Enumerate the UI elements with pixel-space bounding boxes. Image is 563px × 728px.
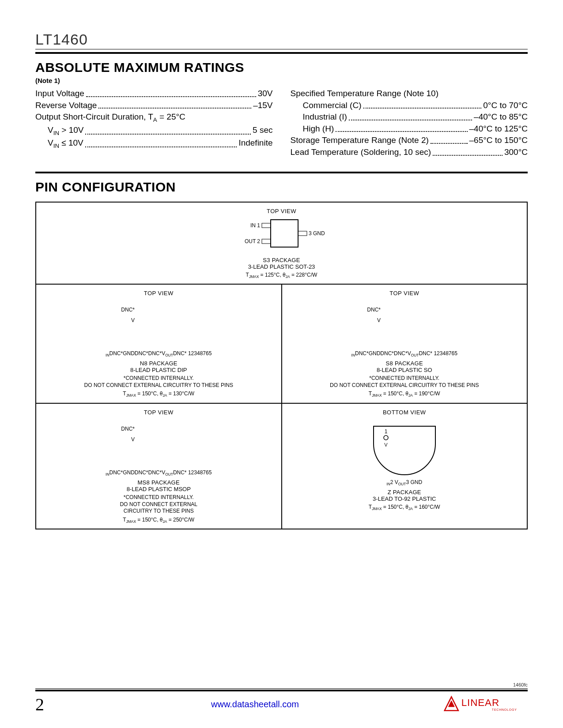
package-desc: 3-LEAD PLASTIC SOT-23 <box>40 263 523 270</box>
part-number: LT1460 <box>35 31 528 48</box>
leader-dots <box>431 135 468 144</box>
package-note: *CONNECTED INTERNALLY.DO NOT CONNECT EXT… <box>40 494 278 515</box>
leader-dots <box>86 88 256 97</box>
rating-row: Output Short-Circuit Duration, TA = 25°C <box>35 111 273 124</box>
svg-text:DNC*: DNC* <box>367 307 381 313</box>
rating-row: Reverse Voltage–15V <box>35 100 273 112</box>
page-number: 2 <box>35 694 71 715</box>
rating-value: 300°C <box>504 146 528 158</box>
rating-row: VIN > 10V5 sec <box>35 124 273 137</box>
leader-dots <box>363 100 482 109</box>
svg-text:DNC*: DNC* <box>121 426 135 432</box>
rating-value: Indefinite <box>238 137 272 150</box>
leader-dots <box>85 124 251 135</box>
package-thermal: TJMAX = 125°C, θJA = 228°C/W <box>40 272 523 279</box>
package-diagram: DNC*V <box>108 417 209 469</box>
section-note: (Note 1) <box>35 77 528 84</box>
rating-value: –40°C to 125°C <box>469 123 528 135</box>
footer-rule-thick <box>35 690 528 691</box>
package-diagram: DNC*V <box>108 298 209 350</box>
leader-dots <box>98 100 251 109</box>
svg-text:DNC*: DNC* <box>121 307 135 313</box>
rating-label: High (H) <box>303 123 334 135</box>
rating-row: Commercial (C)0°C to 70°C <box>291 100 528 112</box>
linear-logo: LINEAR TECHNOLOGY <box>439 695 528 714</box>
view-label: TOP VIEW <box>40 290 278 296</box>
rating-value: –15V <box>253 100 272 112</box>
package-note: *CONNECTED INTERNALLY.DO NOT CONNECT EXT… <box>286 375 524 389</box>
package-thermal: TJMAX = 150°C, θJA = 130°C/W <box>40 390 278 398</box>
package-note: *CONNECTED INTERNALLY.DO NOT CONNECT EXT… <box>40 375 278 389</box>
footer-url[interactable]: www.datasheetall.com <box>71 699 439 709</box>
view-label: TOP VIEW <box>40 409 278 416</box>
rating-row: Industrial (I)–40°C to 85°C <box>291 111 528 123</box>
rating-label: Input Voltage <box>35 88 84 100</box>
svg-text:V: V <box>131 317 135 323</box>
svg-text:TECHNOLOGY: TECHNOLOGY <box>492 708 517 711</box>
leader-dots <box>349 111 472 120</box>
leader-dots <box>85 137 237 147</box>
package-z: BOTTOM VIEW 1 VIN2 VOUT3 GND Z PACKAGE 3… <box>282 403 528 529</box>
package-name: S3 PACKAGE <box>40 257 523 263</box>
ratings-col-right: Specified Temperature Range (Note 10)Com… <box>291 88 528 158</box>
package-ms8: TOP VIEW DNC*VINDNC*GNDDNC*DNC*VOUTDNC* … <box>36 403 282 529</box>
svg-text:V: V <box>377 317 381 323</box>
package-diagram: IN 1 OUT 2 3 GND <box>235 216 328 254</box>
rating-label: Specified Temperature Range (Note 10) <box>291 88 439 100</box>
package-s8: TOP VIEW DNC*VINDNC*GNDDNC*DNC*VOUTDNC* … <box>282 284 528 403</box>
package-desc: 8-LEAD PLASTIC DIP <box>40 367 278 373</box>
svg-text:IN 1: IN 1 <box>250 222 260 229</box>
package-desc: 3-LEAD TO-92 PLASTIC <box>286 495 524 502</box>
package-diagram: 1 V <box>351 417 458 479</box>
rating-row: Lead Temperature (Soldering, 10 sec)300°… <box>291 146 528 158</box>
package-desc: 8-LEAD PLASTIC MSOP <box>40 486 278 492</box>
rating-row: Storage Temperature Range (Note 2)–65°C … <box>291 135 528 146</box>
svg-text:LINEAR: LINEAR <box>461 697 499 708</box>
rating-label: VIN ≤ 10V <box>48 137 83 150</box>
rating-row: Input Voltage30V <box>35 88 273 100</box>
svg-text:OUT 2: OUT 2 <box>244 238 260 244</box>
svg-text:1: 1 <box>384 428 387 435</box>
svg-rect-0 <box>271 220 298 247</box>
rating-value: –65°C to 150°C <box>469 135 528 146</box>
rule-thick <box>35 52 528 54</box>
rating-label: VIN > 10V <box>48 124 83 137</box>
view-label: BOTTOM VIEW <box>286 409 524 416</box>
package-name: MS8 PACKAGE <box>40 479 278 486</box>
svg-point-14 <box>384 435 388 440</box>
rating-label: Industrial (I) <box>303 111 347 123</box>
svg-text:V: V <box>384 442 388 447</box>
leader-dots <box>433 146 503 156</box>
package-name: Z PACKAGE <box>286 489 524 495</box>
package-name: S8 PACKAGE <box>286 360 524 367</box>
package-n8: TOP VIEW DNC*VINDNC*GNDDNC*DNC*VOUTDNC* … <box>36 284 282 403</box>
view-label: TOP VIEW <box>286 290 524 296</box>
page-footer: 1460fc 2 www.datasheetall.com LINEAR TEC… <box>0 682 563 715</box>
rating-value: 30V <box>258 88 273 100</box>
rating-row: VIN ≤ 10VIndefinite <box>35 137 273 150</box>
pin-configuration-box: TOP VIEW IN 1 OUT 2 3 GND S3 PACKAGE 3-L… <box>35 202 528 530</box>
doc-code: 1460fc <box>35 682 528 687</box>
svg-rect-1 <box>262 223 271 228</box>
package-thermal: TJMAX = 150°C, θJA = 160°C/W <box>286 504 524 511</box>
section-divider <box>35 172 528 173</box>
rating-label: Reverse Voltage <box>35 100 97 112</box>
package-thermal: TJMAX = 150°C, θJA = 250°C/W <box>40 517 278 524</box>
rating-row: High (H)–40°C to 125°C <box>291 123 528 135</box>
rating-label: Commercial (C) <box>303 100 362 112</box>
package-thermal: TJMAX = 150°C, θJA = 190°C/W <box>286 390 524 398</box>
svg-text:3 GND: 3 GND <box>309 230 325 236</box>
package-desc: 8-LEAD PLASTIC SO <box>286 367 524 373</box>
view-label: TOP VIEW <box>40 208 523 214</box>
package-name: N8 PACKAGE <box>40 360 278 367</box>
rating-value: 5 sec <box>253 124 272 137</box>
rating-label: Lead Temperature (Soldering, 10 sec) <box>291 146 431 158</box>
svg-text:V: V <box>131 436 135 443</box>
package-diagram: DNC*V <box>354 298 455 350</box>
rule-thin <box>35 49 528 49</box>
svg-rect-2 <box>262 239 271 244</box>
rating-label: Output Short-Circuit Duration, TA = 25°C <box>35 111 185 124</box>
rating-row: Specified Temperature Range (Note 10) <box>291 88 528 100</box>
package-s3: TOP VIEW IN 1 OUT 2 3 GND S3 PACKAGE 3-L… <box>36 202 527 284</box>
rating-label: Storage Temperature Range (Note 2) <box>291 135 429 146</box>
